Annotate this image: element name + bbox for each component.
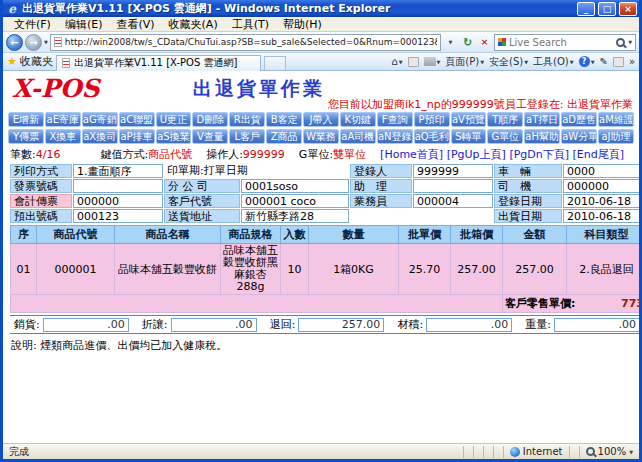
key-button[interactable]: L客戶	[229, 129, 265, 144]
zoom-dropdown-icon[interactable]: ▼	[629, 449, 633, 455]
key-button[interactable]: aE寄庫	[45, 112, 81, 127]
key-button[interactable]: aH幫助	[524, 129, 560, 144]
home-button[interactable]: ⌂▼	[391, 56, 402, 67]
overflow-chevron-icon[interactable]: »	[629, 56, 635, 67]
key-button[interactable]: P預印	[414, 112, 450, 127]
zoom-control[interactable]: 100% ▼	[579, 446, 639, 458]
key-button[interactable]: aA司機	[340, 129, 376, 144]
key-button[interactable]: aJ助理	[598, 129, 634, 144]
search-dropdown-icon[interactable]: ▼	[628, 39, 632, 45]
key-toolbar-row2: Y傳票 X換車 aX換司 aP排車 aS換業 V查量 L客戶 Z商品 W業務 a…	[8, 129, 635, 145]
table-row[interactable]: 01 000001 品味本舖五穀豐收餅 品味本舖五穀豐收餅黑麻銀杏288g 10…	[11, 244, 640, 295]
key-button[interactable]: Y傳票	[8, 129, 44, 144]
tab-active[interactable]: 出退貨單作業V1.11 [X-POS 雲通網]	[56, 55, 261, 71]
search-box[interactable]: ▼	[494, 34, 636, 51]
new-tab-button[interactable]	[264, 56, 286, 70]
total-sales-value[interactable]: .00	[43, 318, 129, 332]
field-registrant[interactable]: 999999	[413, 164, 493, 178]
key-button[interactable]: U更正	[156, 112, 192, 127]
search-input[interactable]	[509, 37, 613, 48]
search-icon[interactable]	[616, 38, 625, 47]
field-register-date[interactable]: 2010-06-18	[563, 194, 639, 208]
messenger-icon[interactable]	[613, 57, 624, 67]
favorites-star-icon[interactable]: ★	[7, 55, 17, 68]
field-salesperson[interactable]: 000004	[413, 194, 493, 208]
key-button[interactable]: G單位	[487, 129, 523, 144]
menu-item-view[interactable]: 查看(V)	[109, 17, 161, 32]
field-label-vehicle: 車 輛	[494, 164, 562, 178]
address-input[interactable]	[65, 37, 437, 47]
field-delivery-address[interactable]: 新竹縣李路28	[241, 209, 349, 223]
key-button[interactable]: E增新	[8, 112, 44, 127]
field-driver[interactable]: 000000	[563, 179, 639, 193]
key-button[interactable]: W業務	[303, 129, 339, 144]
ie-icon: e	[5, 2, 19, 16]
field-preship-no[interactable]: 000123	[73, 209, 163, 223]
field-branch[interactable]: 0001soso	[241, 179, 349, 193]
key-button[interactable]: aX換司	[82, 129, 118, 144]
home-dropdown-icon[interactable]: ▼	[399, 59, 403, 65]
menu-item-file[interactable]: 文件(F)	[7, 17, 58, 32]
total-weight-value[interactable]: .00	[554, 318, 639, 332]
back-button[interactable]: ←	[6, 34, 23, 51]
key-button[interactable]: V查量	[192, 129, 228, 144]
safety-menu-button[interactable]: 安全(S)▼	[489, 55, 528, 69]
menu-item-help[interactable]: 帮助(H)	[276, 17, 329, 32]
refresh-icon[interactable]: ↻	[460, 34, 475, 51]
key-button[interactable]: aP排車	[119, 129, 155, 144]
field-accounting-voucher[interactable]: 000000	[73, 194, 163, 208]
field-assistant[interactable]	[413, 179, 493, 193]
menu-item-edit[interactable]: 编辑(E)	[58, 17, 110, 32]
history-dropdown-icon[interactable]: ▼	[44, 39, 48, 45]
key-button[interactable]: aQ毛利	[414, 129, 450, 144]
tools-menu-button[interactable]: 工具(O)▼	[533, 55, 574, 69]
maximize-button[interactable]: □	[598, 2, 616, 16]
key-button[interactable]: K切鍵	[340, 112, 376, 127]
key-button[interactable]: S轉單	[451, 129, 487, 144]
minimize-button[interactable]: _	[577, 2, 595, 16]
key-button[interactable]: J帶入	[303, 112, 339, 127]
field-invoice-no[interactable]	[73, 179, 163, 193]
key-button[interactable]: X換車	[45, 129, 81, 144]
col-header-product-name: 商品名稱	[115, 226, 221, 244]
key-button[interactable]: R出貨	[229, 112, 265, 127]
key-button[interactable]: aW分單	[561, 129, 597, 144]
key-button[interactable]: aT擇日	[524, 112, 560, 127]
total-volume-value[interactable]: .00	[426, 318, 512, 332]
print-dropdown-icon[interactable]: ▼	[437, 59, 441, 65]
forward-button[interactable]: →	[25, 34, 42, 51]
menu-item-favorites[interactable]: 收藏夹(A)	[162, 17, 225, 32]
items-table: 序 商品代號 商品名稱 商品規格 入數 數量 批單價 批箱價 金額 科目類型 0…	[10, 225, 639, 313]
key-button[interactable]: aM維護	[598, 112, 634, 127]
field-customer-code[interactable]: 000001 coco	[241, 194, 349, 208]
key-button[interactable]: T順序	[487, 112, 523, 127]
key-button[interactable]: aN登錄	[377, 129, 413, 144]
menu-item-tools[interactable]: 工具(T)	[225, 17, 276, 32]
total-discount-value[interactable]: .00	[171, 318, 257, 332]
feed-icon[interactable]	[408, 57, 419, 67]
address-bar[interactable]	[50, 34, 441, 51]
key-button[interactable]: aC聯盟	[119, 112, 155, 127]
stop-icon[interactable]: ×	[477, 34, 492, 51]
cell-product-code: 000001	[37, 244, 115, 295]
key-button[interactable]: Z商品	[266, 129, 302, 144]
total-returns-value[interactable]: 257.00	[298, 318, 384, 332]
key-button[interactable]: aG寄銷	[82, 112, 118, 127]
print-button[interactable]: ▼	[424, 57, 441, 66]
field-ship-date[interactable]: 2010-06-18	[563, 209, 639, 223]
close-button[interactable]: ×	[619, 2, 637, 16]
edit-icon[interactable]: ✎	[599, 56, 607, 67]
field-print-mode[interactable]: 1.畫面順序	[73, 164, 163, 178]
address-dropdown-icon[interactable]: ▼	[443, 34, 458, 51]
key-button[interactable]: aV預覽	[451, 112, 487, 127]
key-button[interactable]: aD歷售	[561, 112, 597, 127]
page-menu-button[interactable]: 頁面(P)▼	[445, 55, 484, 69]
help-button[interactable]: ?▼	[579, 56, 595, 67]
favorites-label[interactable]: 收藏夹	[20, 54, 53, 69]
key-button[interactable]: B客定	[266, 112, 302, 127]
title-bar[interactable]: e 出退貨單作業V1.11 [X-POS 雲通網] - Windows Inte…	[3, 0, 639, 17]
key-button[interactable]: D刪除	[192, 112, 228, 127]
field-vehicle[interactable]: 0000	[563, 164, 639, 178]
key-button[interactable]: aS換業	[156, 129, 192, 144]
key-button[interactable]: F查詢	[377, 112, 413, 127]
